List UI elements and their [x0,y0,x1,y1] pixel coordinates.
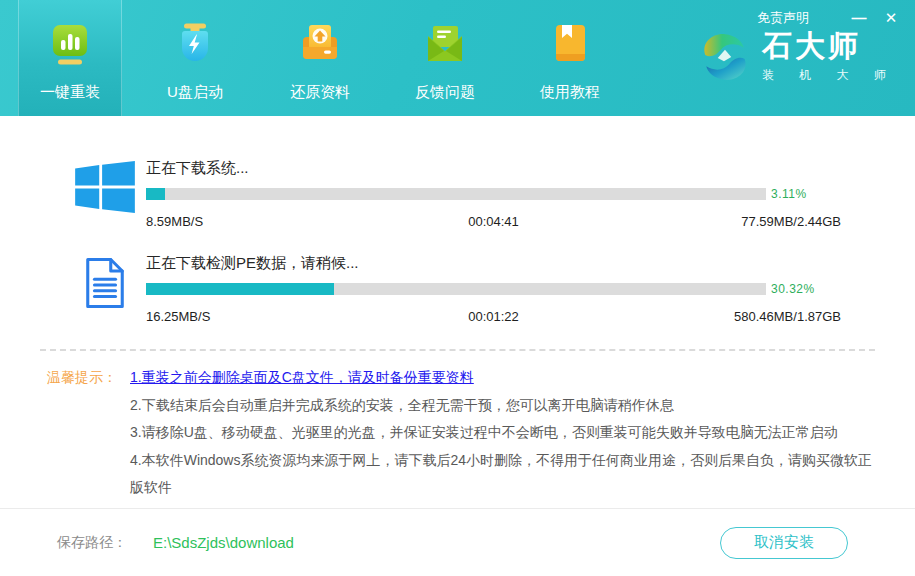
tutorial-book-icon [547,21,593,67]
tip-item: 4.本软件Windows系统资源均来源于网上，请下载后24小时删除，不得用于任何… [130,447,875,502]
footer-bar: 保存路径： E:\SdsZjds\download 取消安装 [0,508,915,576]
tab-label: 一键重装 [40,83,100,102]
feedback-envelope-icon [422,21,468,67]
progress-percent: 3.11% [771,187,807,201]
task-title: 正在下载检测PE数据，请稍候... [146,254,841,273]
progress-bar: 30.32% [146,282,841,296]
tips-label: 温馨提示： [47,364,117,502]
tab-restore-data[interactable]: 还原资料 [268,0,372,116]
save-path-label: 保存路径： [57,534,127,552]
tab-feedback[interactable]: 反馈问题 [393,0,497,116]
progress-fill [146,283,334,295]
time-remaining: 00:01:22 [376,309,611,324]
restore-upload-icon [297,21,343,67]
progress-fill [146,188,165,200]
cancel-install-button[interactable]: 取消安装 [720,527,848,559]
windows-logo [75,161,135,213]
progress-track [146,188,766,200]
brand-name: 石大师 [762,31,897,61]
tip-item: 2.下载结束后会自动重启并完成系统的安装，全程无需干预，您可以离开电脑请稍作休息 [130,392,875,420]
usb-drive-icon [172,21,218,67]
disclaimer-link[interactable]: 免责声明 [757,9,809,27]
main-content: 正在下载系统... 3.11% 8.59MB/S 00:04:41 77.59M… [0,116,915,508]
tab-label: 还原资料 [290,83,350,102]
save-path-value[interactable]: E:\SdsZjds\download [153,534,294,551]
progress-track [146,283,766,295]
brand-subtitle: 装 机 大 师 [762,67,897,84]
nav-tabs: 一键重装 U盘启动 [18,0,622,116]
download-speed: 16.25MB/S [146,309,376,324]
tab-onekey-reinstall[interactable]: 一键重装 [18,0,122,116]
minimize-button[interactable]: — [849,9,869,27]
close-button[interactable]: ✕ [881,9,901,27]
tab-label: 反馈问题 [415,83,475,102]
download-size: 77.59MB/2.44GB [611,214,841,229]
progress-bar: 3.11% [146,187,841,201]
brand-mark-icon [698,30,752,84]
bar-chart-icon [47,21,93,67]
download-size: 580.46MB/1.87GB [611,309,841,324]
tab-label: U盘启动 [167,83,223,102]
tip-item: 3.请移除U盘、移动硬盘、光驱里的光盘，并保证安装过程中不会断电，否则重装可能失… [130,419,875,447]
brand-logo: 石大师 装 机 大 师 [698,30,897,84]
window-controls: 免责声明 — ✕ [757,9,901,27]
tab-tutorial[interactable]: 使用教程 [518,0,622,116]
tab-usb-boot[interactable]: U盘启动 [143,0,247,116]
app-window: 一键重装 U盘启动 [0,0,915,576]
title-bar: 一键重装 U盘启动 [0,0,915,116]
document-icon [82,256,128,310]
task-title: 正在下载系统... [146,159,841,178]
progress-percent: 30.32% [771,282,815,296]
tab-label: 使用教程 [540,83,600,102]
download-task-system: 正在下载系统... 3.11% 8.59MB/S 00:04:41 77.59M… [0,159,915,229]
download-task-pe: 正在下载检测PE数据，请稍候... 30.32% 16.25MB/S 00:01… [0,254,915,324]
tips-section: 温馨提示： 1.重装之前会删除桌面及C盘文件，请及时备份重要资料 2.下载结束后… [0,351,915,502]
tip-item-backup-warning[interactable]: 1.重装之前会删除桌面及C盘文件，请及时备份重要资料 [130,364,875,392]
time-remaining: 00:04:41 [376,214,611,229]
download-speed: 8.59MB/S [146,214,376,229]
